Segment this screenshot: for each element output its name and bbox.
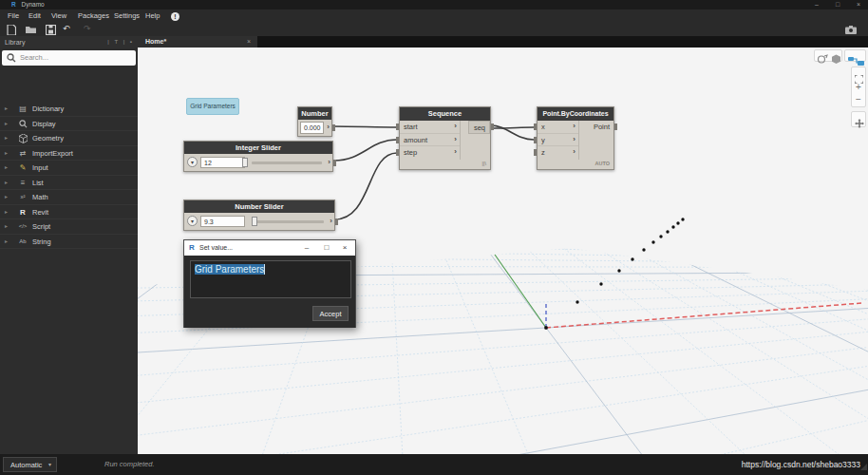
expand-arrow-icon[interactable]: ▸ xyxy=(5,131,8,145)
tab-home[interactable]: Home* × xyxy=(138,36,257,48)
number-value-input[interactable]: 0.000 xyxy=(300,122,324,134)
save-icon[interactable] xyxy=(46,25,57,34)
slider-expand-icon[interactable]: ▾ xyxy=(187,216,198,226)
input-port-y[interactable]: y › xyxy=(538,134,578,147)
sidebar-item-dictionary[interactable]: ▸ ▤ Dictionary xyxy=(0,102,138,117)
output-port-nub[interactable] xyxy=(332,124,335,131)
input-nub-y[interactable] xyxy=(534,137,537,143)
node-number-slider[interactable]: Number Slider ▾ 9.3 › xyxy=(183,200,335,231)
export-image-camera-icon[interactable] xyxy=(845,26,857,35)
set-value-dialog: R Set value... – □ × Grid Parameters Acc… xyxy=(183,239,356,328)
redo-icon[interactable]: ↷ xyxy=(84,23,91,36)
input-port-amount[interactable]: amount › xyxy=(400,134,460,147)
input-nub-start[interactable] xyxy=(396,124,399,130)
resize-grip[interactable] xyxy=(860,457,867,474)
expand-arrow-icon[interactable]: ▸ xyxy=(5,146,8,161)
sidebar-item-script[interactable]: ▸ </> Script xyxy=(0,219,138,235)
graph-view-toggle[interactable] xyxy=(844,49,866,62)
notifications-icon[interactable]: ! xyxy=(171,12,179,21)
slider-value-input[interactable]: 12 xyxy=(200,157,245,168)
new-file-icon[interactable] xyxy=(7,25,18,34)
slider-handle[interactable] xyxy=(252,217,257,226)
output-nub-point[interactable] xyxy=(614,124,617,130)
output-nub-seq[interactable] xyxy=(491,124,494,130)
window-maximize-button[interactable]: □ xyxy=(830,0,845,10)
input-port-step[interactable]: step › xyxy=(400,146,460,160)
output-port-chevron[interactable]: › xyxy=(330,217,332,225)
menu-settings[interactable]: Settings xyxy=(114,10,140,23)
input-nub-x[interactable] xyxy=(534,124,537,130)
output-port-chevron[interactable]: › xyxy=(327,123,330,131)
accept-button[interactable]: Accept xyxy=(312,306,349,321)
slider-track[interactable] xyxy=(252,162,322,164)
dialog-title-bar[interactable]: R Set value... – □ × xyxy=(184,240,355,256)
menu-packages[interactable]: Packages xyxy=(78,10,109,23)
output-port-nub[interactable] xyxy=(333,160,336,166)
node-point-bycoordinates[interactable]: Point.ByCoordinates x › y › z › Point AU… xyxy=(537,106,614,170)
window-minimize-button[interactable]: – xyxy=(809,0,824,10)
sidebar-item-list[interactable]: ▸ ≡ List xyxy=(0,176,138,191)
menu-edit[interactable]: Edit xyxy=(28,10,41,23)
zoom-out-button[interactable]: − xyxy=(852,94,865,107)
sidebar-item-label: Dictionary xyxy=(32,102,64,116)
input-nub-step[interactable] xyxy=(396,149,399,156)
input-nub-amount[interactable] xyxy=(396,137,399,143)
menu-file[interactable]: File xyxy=(8,10,19,23)
node-sequence[interactable]: Sequence start › amount › step › seq ||\ xyxy=(399,106,491,170)
sidebar-item-display[interactable]: ▸ Display xyxy=(0,117,138,132)
grid-parameters-note[interactable]: Grid Parameters xyxy=(186,98,239,115)
sidebar-item-geometry[interactable]: ▸ Geometry xyxy=(0,131,138,146)
dialog-minimize-button[interactable]: – xyxy=(298,240,315,256)
tab-close-icon[interactable]: × xyxy=(247,36,251,48)
pan-control[interactable] xyxy=(851,111,866,127)
dialog-close-button[interactable]: × xyxy=(336,240,353,256)
search-input[interactable]: Search... xyxy=(2,50,136,66)
output-port-chevron[interactable]: › xyxy=(328,158,330,166)
selected-text: Grid Parameters xyxy=(195,264,264,275)
expand-arrow-icon[interactable]: ▸ xyxy=(5,219,8,234)
expand-arrow-icon[interactable]: ▸ xyxy=(5,176,8,190)
window-close-button[interactable]: × xyxy=(851,0,866,10)
slider-value-input[interactable]: 9.3 xyxy=(200,216,245,227)
sidebar-item-revit[interactable]: ▸ R Revit xyxy=(0,205,138,220)
sidebar-item-label: ImportExport xyxy=(32,146,73,161)
input-port-x[interactable]: x › xyxy=(538,121,578,134)
node-integer-slider[interactable]: Integer Slider ▾ 12 › xyxy=(183,141,333,172)
geometry-view-icon[interactable] xyxy=(831,51,841,68)
expand-arrow-icon[interactable]: ▸ xyxy=(5,235,8,249)
slider-expand-icon[interactable]: ▾ xyxy=(187,157,198,167)
expand-arrow-icon[interactable]: ▸ xyxy=(5,117,8,131)
orbit-icon[interactable] xyxy=(817,51,828,68)
expand-arrow-icon[interactable]: ▸ xyxy=(5,205,8,219)
input-port-z[interactable]: z › xyxy=(538,146,578,160)
output-port-seq[interactable]: seq xyxy=(468,121,490,134)
output-port-point[interactable]: Point xyxy=(589,121,613,134)
input-port-start[interactable]: start › xyxy=(400,121,460,134)
expand-arrow-icon[interactable]: ▸ xyxy=(5,161,8,175)
slider-handle[interactable] xyxy=(242,158,248,167)
dialog-maximize-button[interactable]: □ xyxy=(318,240,335,256)
expand-arrow-icon[interactable]: ▸ xyxy=(5,190,8,204)
lacing-icon[interactable]: ||\ xyxy=(482,161,486,166)
port-chevron: › xyxy=(573,120,576,133)
expand-arrow-icon[interactable]: ▸ xyxy=(5,102,8,116)
menu-view[interactable]: View xyxy=(51,10,66,23)
open-file-icon[interactable] xyxy=(26,25,37,34)
sidebar-item-importexport[interactable]: ▸ ⇄ ImportExport xyxy=(0,146,138,162)
undo-icon[interactable]: ↶ xyxy=(63,23,70,36)
menu-help[interactable]: Help xyxy=(145,10,160,23)
run-mode-select[interactable]: Automatic ▾ xyxy=(3,457,57,472)
lacing-auto-label[interactable]: AUTO xyxy=(595,161,610,166)
sidebar-item-string[interactable]: ▸ Ab String xyxy=(0,235,138,250)
sidebar-item-input[interactable]: ▸ ✎ Input xyxy=(0,161,138,176)
run-status-text: Run completed. xyxy=(104,454,155,475)
node-number[interactable]: Number 0.000 › xyxy=(297,106,332,137)
value-text-input[interactable]: Grid Parameters xyxy=(190,260,351,298)
input-nub-z[interactable] xyxy=(534,149,537,156)
search-icon xyxy=(7,53,16,63)
library-filter-icons[interactable]: | T | ▪ xyxy=(107,36,134,48)
output-port-nub[interactable] xyxy=(335,218,338,225)
slider-track[interactable] xyxy=(252,220,324,223)
fit-view-icon[interactable] xyxy=(852,67,865,81)
sidebar-item-math[interactable]: ▸ x² Math xyxy=(0,190,138,205)
